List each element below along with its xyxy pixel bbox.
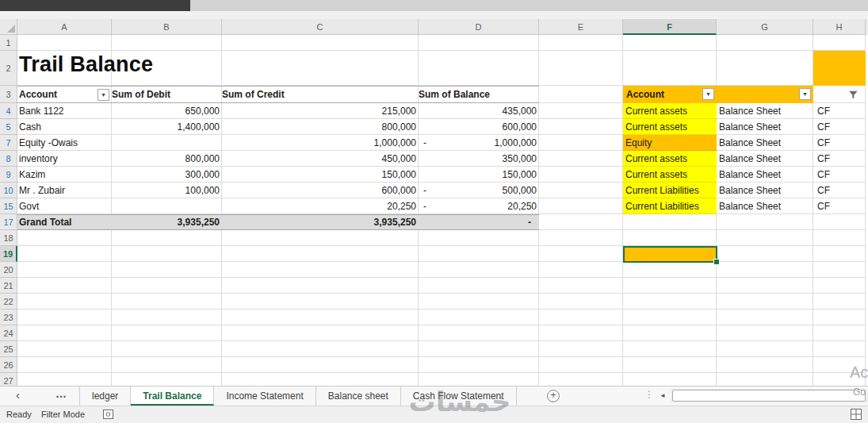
macro-record-icon[interactable] bbox=[103, 410, 113, 421]
pivot-account-cell[interactable]: inventory bbox=[17, 151, 112, 167]
flow-cell[interactable]: CF bbox=[813, 151, 866, 167]
pivot-balance-cell[interactable]: 350,000 bbox=[419, 151, 539, 167]
row-header-17[interactable]: 17 bbox=[0, 214, 17, 230]
tab-income-statement[interactable]: Income Statement bbox=[214, 386, 315, 406]
pivot-credit-cell[interactable]: 150,000 bbox=[222, 167, 419, 183]
row-header-19[interactable]: 19 bbox=[0, 246, 17, 262]
row-header-10[interactable]: 10 bbox=[0, 183, 17, 198]
grand-total-label[interactable]: Grand Total bbox=[17, 215, 112, 229]
select-all-corner[interactable] bbox=[0, 19, 17, 35]
fill-handle[interactable] bbox=[713, 259, 720, 265]
flow-cell[interactable]: CF bbox=[813, 135, 866, 151]
horizontal-scrollbar[interactable] bbox=[671, 389, 868, 403]
classification-filter-dropdown-g-icon[interactable]: ▼ bbox=[799, 88, 811, 100]
column-header-D[interactable]: D bbox=[419, 19, 539, 35]
category-cell[interactable]: Equity bbox=[623, 135, 717, 151]
statement-cell[interactable]: Balance Sheet bbox=[717, 198, 813, 214]
row-header-5[interactable]: 5 bbox=[0, 119, 17, 135]
grand-total-balance[interactable]: - bbox=[419, 215, 539, 229]
flow-cell[interactable]: CF bbox=[813, 183, 866, 198]
row-header-25[interactable]: 25 bbox=[0, 341, 17, 357]
sheet-grid[interactable]: Trail Balance Account ▼ Sum of Debit Sum… bbox=[17, 35, 868, 386]
pivot-account-cell[interactable]: Cash bbox=[17, 119, 112, 135]
pivot-header-debit[interactable]: Sum of Debit bbox=[112, 87, 222, 102]
pivot-account-cell[interactable]: Mr . Zubair bbox=[17, 183, 112, 198]
row-header-22[interactable]: 22 bbox=[0, 294, 17, 310]
selected-cell-f19[interactable] bbox=[623, 246, 717, 263]
grid-view-icon[interactable] bbox=[851, 409, 862, 421]
column-header-G[interactable]: G bbox=[717, 19, 813, 35]
pivot-debit-cell[interactable] bbox=[112, 135, 222, 151]
pivot-header-account[interactable]: Account ▼ bbox=[17, 87, 112, 102]
row-header-1[interactable]: 1 bbox=[0, 35, 17, 51]
row-header-26[interactable]: 26 bbox=[0, 357, 17, 373]
pivot-debit-cell[interactable]: 100,000 bbox=[112, 183, 222, 198]
row-header-24[interactable]: 24 bbox=[0, 325, 17, 341]
pivot-debit-cell[interactable] bbox=[112, 198, 222, 214]
statement-cell[interactable]: Balance Sheet bbox=[717, 151, 813, 167]
row-header-18[interactable]: 18 bbox=[0, 230, 17, 246]
horizontal-scrollbar-thumb[interactable] bbox=[672, 390, 866, 402]
statement-cell[interactable]: Balance Sheet bbox=[717, 119, 813, 135]
category-cell[interactable]: Current assets bbox=[623, 151, 717, 167]
pivot-account-cell[interactable]: Govt bbox=[17, 198, 112, 214]
row-header-23[interactable]: 23 bbox=[0, 310, 17, 325]
statement-cell[interactable]: Balance Sheet bbox=[717, 167, 813, 183]
pivot-account-cell[interactable]: Kazim bbox=[17, 167, 112, 183]
grand-total-credit[interactable]: 3,935,250 bbox=[222, 215, 419, 229]
pivot-balance-cell[interactable]: 600,000 bbox=[419, 119, 539, 135]
tab-trail-balance[interactable]: Trail Balance bbox=[131, 386, 214, 406]
column-header-B[interactable]: B bbox=[112, 19, 222, 35]
pivot-header-credit[interactable]: Sum of Credit bbox=[222, 87, 419, 102]
tab-scroll-left-button[interactable]: ‹ bbox=[16, 388, 20, 402]
classification-filter-dropdown-f-icon[interactable]: ▼ bbox=[702, 88, 714, 100]
row-header-4[interactable]: 4 bbox=[0, 103, 17, 119]
pivot-credit-cell[interactable]: 215,000 bbox=[222, 103, 419, 119]
flow-cell[interactable]: CF bbox=[813, 119, 866, 135]
pivot-credit-cell[interactable]: 1,000,000 bbox=[222, 135, 419, 151]
tab-ledger[interactable]: ledger bbox=[79, 386, 131, 406]
pivot-credit-cell[interactable]: 800,000 bbox=[222, 119, 419, 135]
statement-cell[interactable]: Balance Sheet bbox=[717, 135, 813, 151]
pivot-credit-cell[interactable]: 450,000 bbox=[222, 151, 419, 167]
pivot-account-cell[interactable]: Bank 1122 bbox=[17, 103, 112, 119]
row-header-27[interactable]: 27 bbox=[0, 373, 17, 386]
pivot-balance-cell[interactable]: 150,000 bbox=[419, 167, 539, 183]
pivot-balance-cell[interactable]: - 20,250 bbox=[419, 198, 539, 214]
pivot-account-cell[interactable]: Equity -Owais bbox=[17, 135, 112, 151]
filter-active-funnel-icon[interactable] bbox=[848, 89, 858, 103]
pivot-balance-cell[interactable]: - 1,000,000 bbox=[419, 135, 539, 151]
statement-cell[interactable]: Balance Sheet bbox=[717, 183, 813, 198]
row-header-20[interactable]: 20 bbox=[0, 262, 17, 278]
account-filter-dropdown-icon[interactable]: ▼ bbox=[98, 89, 109, 101]
pivot-header-balance[interactable]: Sum of Balance bbox=[419, 87, 539, 102]
new-sheet-button[interactable]: + bbox=[547, 390, 560, 402]
pivot-balance-cell[interactable]: - 500,000 bbox=[419, 183, 539, 198]
category-cell[interactable]: Current Liabilities bbox=[623, 183, 717, 198]
category-cell[interactable]: Current assets bbox=[623, 103, 717, 119]
pivot-debit-cell[interactable]: 1,400,000 bbox=[112, 119, 222, 135]
row-header-21[interactable]: 21 bbox=[0, 278, 17, 294]
tab-cash-flow-statement[interactable]: Cash Flow Statement bbox=[401, 386, 517, 406]
pivot-credit-cell[interactable]: 600,000 bbox=[222, 183, 419, 198]
column-header-A[interactable]: A bbox=[17, 19, 112, 35]
hscroll-left-arrow-icon[interactable]: ◄ bbox=[660, 392, 666, 399]
statement-cell[interactable]: Balance Sheet bbox=[717, 103, 813, 119]
row-header-9[interactable]: 9 bbox=[0, 167, 17, 183]
row-header-8[interactable]: 8 bbox=[0, 151, 17, 167]
column-header-C[interactable]: C bbox=[222, 19, 419, 35]
tab-overflow-button[interactable]: … bbox=[55, 387, 67, 400]
tab-splitter-icon[interactable]: ⋮ bbox=[644, 389, 654, 400]
pivot-balance-cell[interactable]: 435,000 bbox=[419, 103, 539, 119]
tab-balance-sheet[interactable]: Balance sheet bbox=[316, 386, 401, 406]
grand-total-debit[interactable]: 3,935,250 bbox=[112, 215, 222, 229]
pivot-debit-cell[interactable]: 300,000 bbox=[112, 167, 222, 183]
row-header-2[interactable]: 2 bbox=[0, 51, 17, 86]
pivot-debit-cell[interactable]: 800,000 bbox=[112, 151, 222, 167]
category-cell[interactable]: Current Liabilities bbox=[623, 198, 717, 214]
column-header-H[interactable]: H bbox=[813, 19, 866, 35]
flow-cell[interactable]: CF bbox=[813, 167, 866, 183]
category-cell[interactable]: Current assets bbox=[623, 167, 717, 183]
column-header-E[interactable]: E bbox=[539, 19, 623, 35]
pivot-credit-cell[interactable]: 20,250 bbox=[222, 198, 419, 214]
